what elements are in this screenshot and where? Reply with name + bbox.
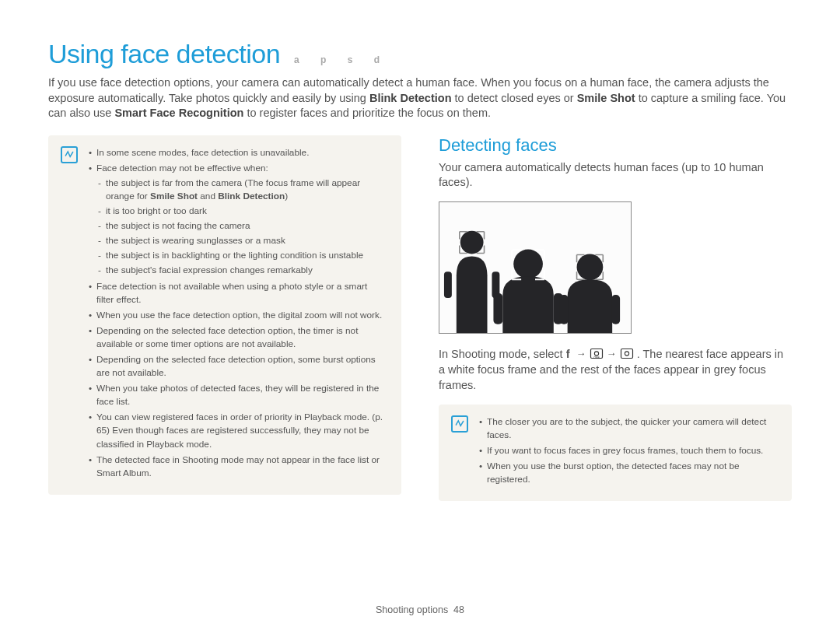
footer-section: Shooting options — [376, 604, 448, 615]
page-footer: Shooting options 48 — [0, 604, 840, 615]
arrow-right-icon: → — [607, 348, 617, 359]
left-note-list: In some scene modes, face detection is u… — [89, 146, 386, 482]
mode-indicator: a p s d — [294, 54, 389, 65]
list-item: The detected face in Shooting mode may n… — [89, 454, 386, 480]
note-icon — [61, 146, 78, 163]
list-item: When you take photos of detected faces, … — [89, 382, 386, 408]
page-title: Using face detection — [48, 39, 280, 69]
intro-bold: Smile Shot — [577, 92, 635, 104]
intro-text: to register faces and prioritize the foc… — [247, 107, 491, 119]
footer-page-number: 48 — [453, 604, 464, 615]
svg-text:OFF: OFF — [593, 356, 600, 359]
arrow-right-icon: → — [576, 348, 586, 359]
list-item: Depending on the selected face detection… — [89, 324, 386, 351]
svg-rect-8 — [611, 295, 620, 324]
list-item: When you use the face detection option, … — [89, 309, 386, 322]
svg-point-6 — [577, 254, 604, 280]
right-note-list: The closer you are to the subject, the q… — [479, 415, 776, 489]
face-detection-illustration — [439, 201, 632, 334]
svg-point-13 — [625, 352, 628, 356]
list-item: In some scene modes, face detection is u… — [89, 146, 386, 159]
svg-rect-1 — [444, 271, 452, 298]
list-item: You can view registered faces in order o… — [89, 411, 386, 450]
section-heading: Detecting faces — [439, 135, 792, 156]
mode-f-icon: f — [566, 348, 570, 360]
info-box-left: In some scene modes, face detection is u… — [48, 135, 401, 495]
face-on-icon — [620, 348, 634, 359]
list-item: The closer you are to the subject, the q… — [479, 415, 776, 442]
intro-bold: Blink Detection — [369, 92, 452, 104]
list-item: If you want to focus faces in grey focus… — [479, 444, 776, 457]
list-item: Face detection is not available when usi… — [89, 280, 386, 306]
svg-rect-4 — [493, 293, 502, 324]
section-lead: Your camera automatically detects human … — [439, 160, 792, 191]
list-item: the subject is far from the camera (The … — [96, 177, 386, 203]
svg-point-0 — [460, 231, 484, 254]
intro-text: to detect closed eyes or — [455, 92, 577, 104]
list-item: the subject is in backlighting or the li… — [96, 249, 386, 262]
sub-list: the subject is far from the camera (The … — [96, 177, 386, 278]
info-box-right: The closer you are to the subject, the q… — [439, 405, 792, 501]
list-item: the subject's facial expression changes … — [96, 264, 386, 277]
shooting-instruction: In Shooting mode, select f → OFF → . The… — [439, 346, 792, 394]
list-item: it is too bright or too dark — [96, 205, 386, 218]
svg-point-3 — [513, 249, 543, 278]
svg-rect-12 — [621, 349, 632, 358]
intro-bold: Smart Face Recognition — [114, 107, 243, 119]
list-item: Face detection may not be effective when… — [89, 162, 386, 278]
svg-point-10 — [594, 352, 598, 356]
svg-rect-7 — [560, 295, 569, 324]
intro-paragraph: If you use face detection options, your … — [48, 75, 792, 121]
list-item: Depending on the selected face detection… — [89, 353, 386, 380]
note-icon — [451, 415, 468, 433]
list-item: the subject is not facing the camera — [96, 219, 386, 233]
list-item: the subject is wearing sunglasses or a m… — [96, 234, 386, 247]
list-item: When you use the burst option, the detec… — [479, 460, 776, 486]
face-off-icon: OFF — [590, 348, 604, 359]
